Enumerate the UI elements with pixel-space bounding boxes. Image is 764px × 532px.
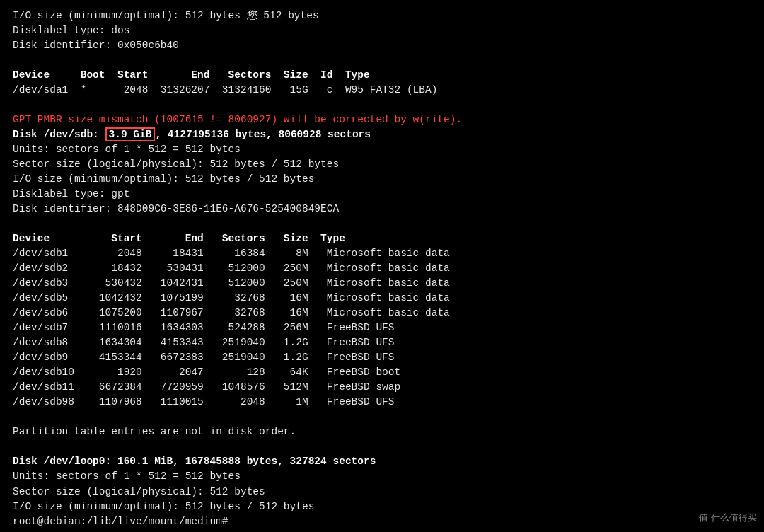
line-sdb2: /dev/sdb2 18432 530431 512000 250M Micro…	[13, 261, 751, 276]
line-sdb3: /dev/sdb3 530432 1042431 512000 250M Mic…	[13, 276, 751, 291]
line-sdb10: /dev/sdb10 1920 2047 128 64K FreeBSD boo…	[13, 365, 751, 380]
line-header-2: Device Start End Sectors Size Type	[13, 231, 751, 246]
line-disklabel: Disklabel type: gpt	[13, 187, 751, 202]
line-sdb11: /dev/sdb11 6672384 7720959 1048576 512M …	[13, 380, 751, 395]
line-sda1: /dev/sda1 * 2048 31326207 31324160 15G c…	[13, 83, 751, 98]
line-io-size-1: I/O size (minimum/optimal): 512 bytes / …	[13, 172, 751, 187]
line-io-size-2: I/O size (minimum/optimal): 512 bytes / …	[13, 499, 751, 514]
watermark-text: 值 什么值得买	[699, 512, 757, 523]
empty-3	[13, 216, 751, 231]
line-2: Disklabel type: dos	[13, 23, 751, 38]
empty-4	[13, 410, 751, 424]
terminal: I/O size (minimum/optimal): 512 bytes 您 …	[13, 8, 751, 524]
line-sdb6: /dev/sdb6 1075200 1107967 32768 16M Micr…	[13, 306, 751, 320]
line-sdb-info: Disk /dev/sdb: 3.9 GiB, 4127195136 bytes…	[13, 127, 751, 142]
line-gpt-warning: GPT PMBR size mismatch (1007615 != 80609…	[13, 112, 751, 127]
line-sdb9: /dev/sdb9 4153344 6672383 2519040 1.2G F…	[13, 350, 751, 365]
line-units-2: Units: sectors of 1 * 512 = 512 bytes	[13, 469, 751, 484]
empty-2	[13, 98, 751, 112]
line-sdb98: /dev/sdb98 1107968 1110015 2048 1M FreeB…	[13, 395, 751, 410]
line-sector-size-2: Sector size (logical/physical): 512 byte…	[13, 485, 751, 499]
line-sdb5: /dev/sdb5 1042432 1075199 32768 16M Micr…	[13, 291, 751, 306]
line-1: I/O size (minimum/optimal): 512 bytes 您 …	[13, 8, 751, 23]
line-units-1: Units: sectors of 1 * 512 = 512 bytes	[13, 142, 751, 157]
line-header-1: Device Boot Start End Sectors Size Id Ty…	[13, 68, 751, 83]
line-sdb1: /dev/sdb1 2048 18431 16384 8M Microsoft …	[13, 246, 751, 261]
line-3: Disk identifier: 0x050c6b40	[13, 38, 751, 53]
size-highlight: 3.9 GiB	[105, 127, 156, 141]
line-prompt: root@debian:/lib/live/mount/medium#	[13, 514, 751, 529]
line-sector-size-1: Sector size (logical/physical): 512 byte…	[13, 157, 751, 172]
line-sdb8: /dev/sdb8 1634304 4153343 2519040 1.2G F…	[13, 335, 751, 350]
watermark: 值 什么值得买	[699, 511, 757, 525]
empty-5	[13, 439, 751, 454]
line-loop0: Disk /dev/loop0: 160.1 MiB, 167845888 by…	[13, 454, 751, 469]
line-diskid: Disk identifier: 848D09C6-3E86-11E6-A676…	[13, 202, 751, 216]
line-sdb7: /dev/sdb7 1110016 1634303 524288 256M Fr…	[13, 320, 751, 335]
line-partition-warning: Partition table entries are not in disk …	[13, 424, 751, 439]
empty-1	[13, 53, 751, 68]
